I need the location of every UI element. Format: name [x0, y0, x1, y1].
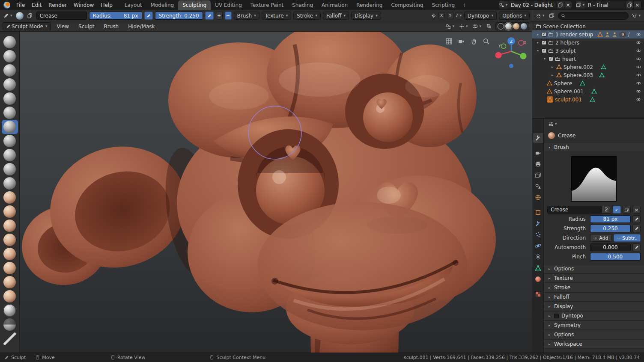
outliner-row-sculpt-collection[interactable]: 3 sculpt	[532, 47, 644, 55]
outliner-row-sphere-003[interactable]: Sphere.003	[532, 71, 644, 79]
collection-checkbox[interactable]	[549, 56, 553, 61]
texture-popover[interactable]: Texture	[262, 12, 291, 20]
falloff-popover[interactable]: Falloff	[323, 12, 349, 20]
strength-slider[interactable]: Strength: 0.250	[155, 12, 203, 20]
xray-toggle[interactable]	[485, 22, 493, 30]
view-layer-selector[interactable]: R - Final	[575, 1, 641, 9]
scene-icon[interactable]	[499, 1, 507, 9]
view-layer-icon[interactable]	[576, 1, 584, 9]
tab-rendering[interactable]: Rendering	[352, 0, 387, 10]
brush-crease[interactable]	[2, 120, 18, 134]
sculpt-canvas[interactable]	[20, 32, 532, 353]
tab-world[interactable]	[533, 193, 543, 202]
brush-popover[interactable]: Brush	[234, 12, 259, 20]
mirror-x-toggle[interactable]: X	[438, 12, 445, 19]
expand-icon[interactable]	[550, 73, 555, 77]
visibility-eye-icon[interactable]	[636, 32, 641, 37]
tab-modeling[interactable]: Modeling	[146, 0, 179, 10]
tool-annotate[interactable]	[2, 332, 18, 346]
brush-rotate[interactable]	[2, 289, 18, 303]
tab-object-data[interactable]	[533, 263, 543, 273]
section-options-2[interactable]: Options	[544, 330, 644, 339]
visibility-eye-icon[interactable]	[636, 48, 641, 53]
brush-pose[interactable]	[2, 261, 18, 275]
brush-inflate[interactable]	[2, 92, 18, 106]
browse-brush-icon[interactable]	[26, 12, 34, 20]
add-workspace-button[interactable]: +	[459, 0, 469, 10]
duplicate-brush-button[interactable]	[623, 206, 631, 214]
brush-clay-strips[interactable]	[2, 63, 18, 77]
menu-hide-mask[interactable]: Hide/Mask	[125, 22, 158, 31]
brush-name-input[interactable]: Crease 2	[547, 206, 611, 214]
tab-view-layer[interactable]	[533, 170, 543, 180]
section-options[interactable]: Options	[544, 264, 644, 273]
tab-render[interactable]	[533, 148, 543, 158]
tab-uv-editing[interactable]: UV Editing	[211, 0, 246, 10]
scene-selector[interactable]: Day 02 - Delight	[498, 1, 572, 9]
zoom-magnifier-icon[interactable]	[483, 38, 490, 45]
outliner-row-heart[interactable]: heart	[532, 55, 644, 63]
brush-slide-relax[interactable]	[2, 303, 18, 317]
tab-shading[interactable]: Shading	[288, 0, 317, 10]
brush-flatten[interactable]	[2, 148, 18, 162]
brush-thumb[interactable]	[2, 247, 18, 261]
direction-add-button[interactable]: Add	[590, 234, 612, 242]
outliner-display-mode-icon[interactable]	[548, 12, 556, 20]
close-scene-button[interactable]	[564, 1, 572, 9]
gizmo-x-label[interactable]: X	[524, 41, 526, 45]
navigation-gizmo[interactable]: Z X Y	[494, 37, 528, 69]
brush-clay[interactable]	[2, 49, 18, 63]
active-tool-dropdown[interactable]	[2, 12, 14, 20]
brush-nudge[interactable]	[2, 275, 18, 289]
autosmooth-pressure-toggle[interactable]	[632, 243, 641, 251]
tab-compositing[interactable]: Compositing	[387, 0, 427, 10]
direction-add-toggle[interactable]	[216, 12, 223, 20]
dyntopo-popover[interactable]: Dyntopo	[464, 12, 497, 20]
brush-snake-hook[interactable]	[2, 233, 18, 247]
tab-layout[interactable]: Layout	[120, 0, 146, 10]
section-workspace[interactable]: Workspace	[544, 339, 644, 349]
menu-help[interactable]: Help	[97, 1, 116, 9]
collection-checkbox[interactable]	[542, 40, 546, 45]
shading-rendered-button[interactable]	[521, 23, 527, 30]
expand-icon[interactable]	[543, 57, 547, 61]
visibility-eye-icon[interactable]	[636, 97, 641, 102]
tab-scene[interactable]	[533, 181, 543, 191]
remove-view-layer-button[interactable]	[633, 1, 641, 9]
outliner-row-render-setup[interactable]: 1 render setup 9 ʃ	[532, 30, 644, 39]
visibility-eye-icon[interactable]	[636, 64, 641, 70]
brush-elastic-deform[interactable]	[2, 219, 18, 233]
menu-render[interactable]: Render	[45, 1, 70, 9]
object-type-visibility-dropdown[interactable]	[444, 22, 456, 30]
shading-material-button[interactable]	[513, 23, 519, 30]
section-dyntopo[interactable]: Dyntopo	[544, 311, 644, 320]
radius-slider[interactable]: Radius: 81 px	[89, 12, 142, 20]
autosmooth-slider[interactable]: 0.000	[590, 243, 631, 251]
tab-constraints[interactable]	[533, 252, 543, 262]
section-texture[interactable]: Texture	[544, 273, 644, 283]
outliner-row-helpers[interactable]: 2 helpers	[532, 39, 644, 47]
brush-smooth[interactable]	[2, 134, 18, 148]
menu-file[interactable]: File	[13, 1, 28, 9]
outliner-row-sculpt-001[interactable]: sculpt.001	[532, 95, 644, 104]
visibility-eye-icon[interactable]	[636, 80, 641, 86]
new-view-layer-button[interactable]	[626, 1, 633, 9]
brush-scrape[interactable]	[2, 176, 18, 190]
unlink-brush-button[interactable]	[632, 206, 641, 214]
visibility-eye-icon[interactable]	[636, 89, 641, 94]
camera-view-icon[interactable]	[458, 38, 465, 45]
direction-subtract-toggle[interactable]	[225, 12, 232, 20]
tab-active-tool[interactable]	[533, 133, 543, 143]
display-popover[interactable]: Display	[351, 12, 381, 20]
gizmo-z-label[interactable]: Z	[510, 39, 513, 44]
section-brush[interactable]: Brush	[544, 142, 644, 152]
gizmos-dropdown[interactable]	[458, 22, 469, 30]
brush-mask[interactable]	[2, 317, 18, 332]
strength-pressure-toggle[interactable]	[632, 225, 641, 232]
outliner-search[interactable]	[558, 12, 629, 20]
tab-material[interactable]	[533, 274, 543, 284]
shading-solid-button[interactable]	[505, 23, 512, 30]
shading-wireframe-button[interactable]	[498, 23, 504, 30]
mirror-z-toggle[interactable]: Z	[456, 12, 462, 19]
tab-scripting[interactable]: Scripting	[428, 0, 459, 10]
